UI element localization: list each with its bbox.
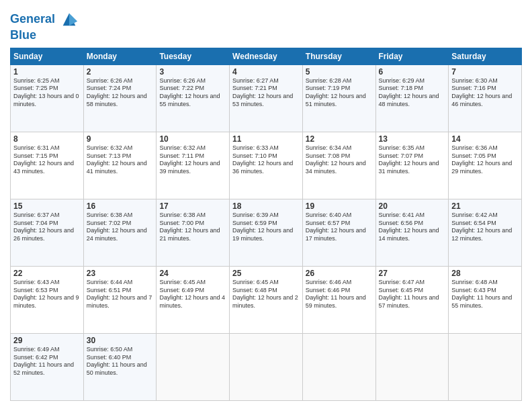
calendar-cell: 16 Sunrise: 6:38 AMSunset: 7:02 PMDaylig… [83,199,157,266]
day-number: 17 [159,201,226,211]
day-info: Sunrise: 6:38 AMSunset: 7:02 PMDaylight:… [87,212,154,243]
day-number: 1 [13,67,81,77]
day-number: 20 [379,201,446,211]
day-info: Sunrise: 6:42 AMSunset: 6:54 PMDaylight:… [451,212,519,243]
calendar-cell: 9 Sunrise: 6:32 AMSunset: 7:13 PMDayligh… [83,132,157,199]
day-number: 29 [13,336,81,345]
calendar-cell: 30 Sunrise: 6:50 AMSunset: 6:40 PMDaylig… [83,333,157,400]
day-number: 13 [379,134,446,144]
day-number: 25 [232,269,300,278]
calendar-cell: 11 Sunrise: 6:33 AMSunset: 7:10 PMDaylig… [230,132,303,199]
day-number: 15 [13,201,81,211]
day-info: Sunrise: 6:50 AMSunset: 6:40 PMDaylight:… [87,346,154,377]
calendar-cell: 25 Sunrise: 6:45 AMSunset: 6:48 PMDaylig… [230,266,303,333]
day-info: Sunrise: 6:38 AMSunset: 7:00 PMDaylight:… [159,212,226,243]
calendar-table: SundayMondayTuesdayWednesdayThursdayFrid… [10,48,522,401]
calendar-cell: 10 Sunrise: 6:32 AMSunset: 7:11 PMDaylig… [157,132,230,199]
calendar-cell: 23 Sunrise: 6:44 AMSunset: 6:51 PMDaylig… [83,266,157,333]
day-info: Sunrise: 6:27 AMSunset: 7:21 PMDaylight:… [232,77,300,109]
day-number: 6 [379,67,446,77]
day-info: Sunrise: 6:44 AMSunset: 6:51 PMDaylight:… [87,279,154,310]
logo-text2: Blue [10,29,79,42]
day-info: Sunrise: 6:46 AMSunset: 6:46 PMDaylight:… [306,279,373,310]
day-number: 11 [232,134,300,144]
day-info: Sunrise: 6:41 AMSunset: 6:56 PMDaylight:… [379,212,446,243]
calendar-cell: 27 Sunrise: 6:47 AMSunset: 6:45 PMDaylig… [375,266,449,333]
logo-icon [60,10,79,29]
day-number: 21 [451,201,519,211]
day-info: Sunrise: 6:37 AMSunset: 7:04 PMDaylight:… [13,212,81,243]
day-info: Sunrise: 6:40 AMSunset: 6:57 PMDaylight:… [306,212,373,243]
day-number: 8 [13,134,81,144]
day-info: Sunrise: 6:43 AMSunset: 6:53 PMDaylight:… [13,279,81,310]
day-info: Sunrise: 6:45 AMSunset: 6:48 PMDaylight:… [232,279,300,310]
logo: General Blue [10,10,79,42]
day-info: Sunrise: 6:49 AMSunset: 6:42 PMDaylight:… [13,346,81,377]
calendar-cell: 13 Sunrise: 6:35 AMSunset: 7:07 PMDaylig… [375,132,449,199]
calendar-cell: 2 Sunrise: 6:26 AMSunset: 7:24 PMDayligh… [83,64,157,132]
calendar-cell: 8 Sunrise: 6:31 AMSunset: 7:15 PMDayligh… [11,132,84,199]
day-number: 28 [451,269,519,278]
calendar-cell [449,333,522,400]
calendar-cell [230,333,303,400]
weekday-header: Friday [375,48,449,64]
day-info: Sunrise: 6:47 AMSunset: 6:45 PMDaylight:… [379,279,446,310]
day-info: Sunrise: 6:34 AMSunset: 7:08 PMDaylight:… [306,144,373,176]
day-number: 5 [306,67,373,77]
calendar-cell: 22 Sunrise: 6:43 AMSunset: 6:53 PMDaylig… [11,266,84,333]
calendar-cell: 1 Sunrise: 6:25 AMSunset: 7:25 PMDayligh… [11,64,84,132]
day-number: 18 [232,201,300,211]
day-info: Sunrise: 6:26 AMSunset: 7:24 PMDaylight:… [87,77,154,109]
calendar-cell: 19 Sunrise: 6:40 AMSunset: 6:57 PMDaylig… [302,199,375,266]
logo-text: General [10,10,79,29]
weekday-header: Monday [83,48,157,64]
calendar-cell: 12 Sunrise: 6:34 AMSunset: 7:08 PMDaylig… [302,132,375,199]
calendar-cell: 21 Sunrise: 6:42 AMSunset: 6:54 PMDaylig… [449,199,522,266]
day-number: 30 [87,336,154,345]
day-number: 2 [87,67,154,77]
weekday-header: Thursday [302,48,375,64]
calendar-cell: 15 Sunrise: 6:37 AMSunset: 7:04 PMDaylig… [11,199,84,266]
day-number: 3 [159,67,226,77]
day-number: 7 [451,67,519,77]
day-number: 10 [159,134,226,144]
day-number: 4 [232,67,300,77]
day-info: Sunrise: 6:31 AMSunset: 7:15 PMDaylight:… [13,144,81,176]
calendar-cell: 24 Sunrise: 6:45 AMSunset: 6:49 PMDaylig… [157,266,230,333]
day-info: Sunrise: 6:33 AMSunset: 7:10 PMDaylight:… [232,144,300,176]
calendar-cell [302,333,375,400]
weekday-header: Sunday [11,48,84,64]
calendar-cell [375,333,449,400]
weekday-header: Saturday [449,48,522,64]
day-info: Sunrise: 6:25 AMSunset: 7:25 PMDaylight:… [13,77,81,109]
calendar-cell: 7 Sunrise: 6:30 AMSunset: 7:16 PMDayligh… [449,64,522,132]
day-number: 24 [159,269,226,278]
page: General Blue SundayMondayTuesdayWednesda… [0,0,532,411]
weekday-header: Tuesday [157,48,230,64]
day-info: Sunrise: 6:39 AMSunset: 6:59 PMDaylight:… [232,212,300,243]
day-number: 9 [87,134,154,144]
day-info: Sunrise: 6:48 AMSunset: 6:43 PMDaylight:… [451,279,519,310]
day-info: Sunrise: 6:30 AMSunset: 7:16 PMDaylight:… [451,77,519,109]
calendar-cell: 14 Sunrise: 6:36 AMSunset: 7:05 PMDaylig… [449,132,522,199]
day-info: Sunrise: 6:35 AMSunset: 7:07 PMDaylight:… [379,144,446,176]
header: General Blue [10,10,522,42]
day-number: 14 [451,134,519,144]
calendar-cell: 20 Sunrise: 6:41 AMSunset: 6:56 PMDaylig… [375,199,449,266]
day-number: 26 [306,269,373,278]
day-info: Sunrise: 6:36 AMSunset: 7:05 PMDaylight:… [451,144,519,176]
calendar-cell: 28 Sunrise: 6:48 AMSunset: 6:43 PMDaylig… [449,266,522,333]
calendar-cell: 3 Sunrise: 6:26 AMSunset: 7:22 PMDayligh… [157,64,230,132]
calendar-cell: 18 Sunrise: 6:39 AMSunset: 6:59 PMDaylig… [230,199,303,266]
day-number: 27 [379,269,446,278]
calendar-cell: 5 Sunrise: 6:28 AMSunset: 7:19 PMDayligh… [302,64,375,132]
weekday-header: Wednesday [230,48,303,64]
calendar-cell: 17 Sunrise: 6:38 AMSunset: 7:00 PMDaylig… [157,199,230,266]
day-number: 23 [87,269,154,278]
calendar-cell [157,333,230,400]
day-info: Sunrise: 6:26 AMSunset: 7:22 PMDaylight:… [159,77,226,109]
day-info: Sunrise: 6:32 AMSunset: 7:11 PMDaylight:… [159,144,226,176]
day-number: 22 [13,269,81,278]
day-number: 16 [87,201,154,211]
day-info: Sunrise: 6:45 AMSunset: 6:49 PMDaylight:… [159,279,226,310]
